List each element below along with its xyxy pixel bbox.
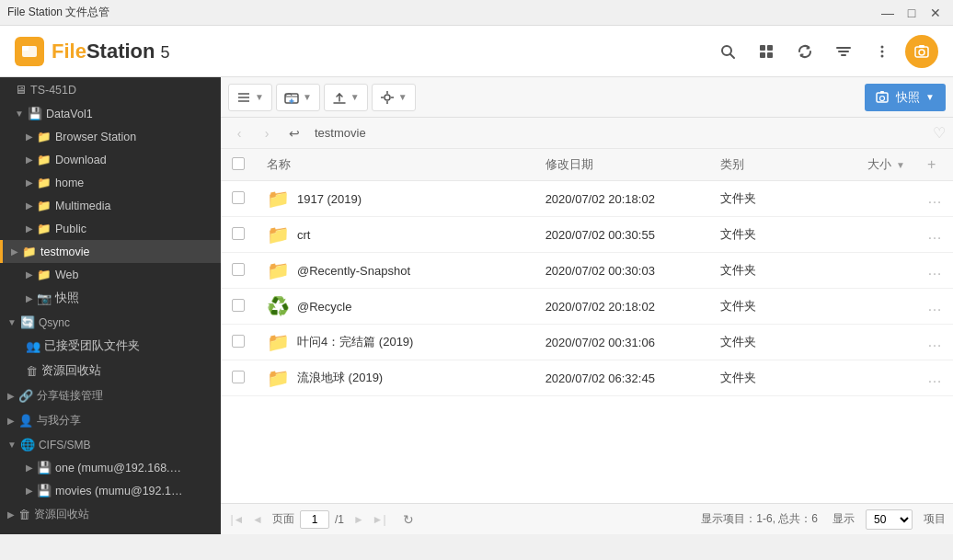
row-checkbox[interactable] — [232, 371, 245, 383]
file-name-cell[interactable]: 📁crt — [256, 217, 534, 253]
quick-view-header-button[interactable] — [905, 35, 938, 68]
size-column-header[interactable]: 大小 ▼ — [812, 149, 916, 181]
name-column-header[interactable]: 名称 — [256, 149, 534, 181]
favorite-button[interactable]: ♡ — [933, 124, 946, 142]
row-more-button[interactable]: … — [927, 262, 942, 278]
sidebar-cifs[interactable]: ▼ 🌐 CIFS/SMB — [0, 433, 221, 456]
tools-button[interactable]: ▼ — [372, 84, 416, 111]
maximize-button[interactable]: □ — [901, 3, 922, 23]
row-more-button[interactable]: … — [927, 370, 942, 385]
sidebar-item-home[interactable]: ▶ 📁 home — [0, 171, 221, 194]
main-panel: ▼ ▼ — [221, 77, 953, 534]
row-more-button[interactable]: … — [927, 226, 942, 242]
last-page-button[interactable]: ►| — [370, 510, 388, 529]
file-name-content[interactable]: 📁1917 (2019) — [267, 188, 523, 210]
file-name-content[interactable]: 📁crt — [267, 223, 523, 246]
file-name-cell[interactable]: 📁@Recently-Snapshot — [256, 253, 534, 289]
file-date: 2020/07/02 20:18:02 — [534, 289, 709, 325]
public-arrow: ▶ — [26, 223, 33, 234]
row-checkbox[interactable] — [232, 227, 245, 240]
quick-view-toolbar-button[interactable]: 快照 ▼ — [865, 84, 946, 111]
refresh-list-button[interactable]: ↻ — [399, 510, 418, 529]
svg-rect-6 — [760, 52, 765, 58]
forward-button[interactable]: › — [256, 122, 278, 144]
one-drive-arrow: ▶ — [26, 463, 33, 473]
file-size — [812, 253, 916, 289]
type-column-header[interactable]: 类别 — [709, 149, 813, 181]
sidebar-share-with-me[interactable]: ▶ 👤 与我分享 — [0, 408, 221, 433]
sidebar-item-multimedia[interactable]: ▶ 📁 Multimedia — [0, 194, 221, 217]
file-type: 文件夹 — [709, 325, 813, 360]
row-more-button[interactable]: … — [927, 190, 942, 206]
sidebar-share-link[interactable]: ▶ 🔗 分享链接管理 — [0, 383, 221, 408]
row-checkbox[interactable] — [232, 263, 245, 276]
date-column-header[interactable]: 修改日期 — [534, 149, 709, 181]
one-drive-icon: 💾 — [37, 461, 52, 474]
first-page-button[interactable]: |◄ — [228, 510, 247, 529]
thumbnail-button[interactable] — [751, 36, 782, 67]
file-name-cell[interactable]: ♻️@Recycle — [256, 289, 534, 325]
row-checkbox-cell — [221, 325, 256, 360]
sidebar-item-web[interactable]: ▶ 📁 Web — [0, 263, 221, 286]
file-name-text: crt — [297, 228, 310, 242]
public-label: Public — [55, 223, 86, 235]
file-name-content[interactable]: 📁@Recently-Snapshot — [267, 259, 523, 281]
sidebar-server[interactable]: 🖥 TS-451D — [0, 77, 221, 102]
sidebar-recycle-bin[interactable]: ▶ 🗑 资源回收站 — [0, 502, 221, 527]
next-page-button[interactable]: ► — [350, 510, 368, 529]
row-checkbox[interactable] — [232, 299, 245, 312]
share-me-label: 与我分享 — [37, 413, 81, 429]
back-button[interactable]: ‹ — [228, 122, 250, 144]
file-name-content[interactable]: ♻️@Recycle — [267, 295, 523, 317]
file-name-cell[interactable]: 📁叶问4：完结篇 (2019) — [256, 325, 534, 360]
sidebar-item-qsync-recycle[interactable]: 🗑 资源回收站 — [0, 359, 221, 383]
select-all-checkbox[interactable] — [232, 157, 245, 170]
row-more-button[interactable]: … — [927, 334, 942, 349]
row-more-button[interactable]: … — [927, 298, 942, 314]
pathbar: ‹ › ↩ testmovie ♡ — [221, 118, 953, 149]
close-button[interactable]: ✕ — [925, 3, 946, 23]
svg-point-11 — [881, 45, 884, 48]
file-name-cell[interactable]: 📁流浪地球 (2019) — [256, 360, 534, 396]
row-checkbox[interactable] — [232, 191, 245, 204]
browser-station-label: Browser Station — [55, 131, 136, 143]
sidebar-item-download[interactable]: ▶ 📁 Download — [0, 148, 221, 171]
row-actions-cell: … — [916, 253, 953, 289]
sidebar-item-team-folder[interactable]: 👥 已接受团队文件夹 — [0, 334, 221, 359]
table-row: 📁1917 (2019)2020/07/02 20:18:02文件夹… — [221, 181, 953, 217]
prev-page-button[interactable]: ◄ — [248, 510, 267, 529]
refresh-button[interactable] — [789, 36, 821, 67]
list-view-button[interactable]: ▼ — [228, 84, 272, 111]
sidebar-item-snapshot[interactable]: ▶ 📷 快照 — [0, 286, 221, 311]
up-button[interactable]: ↩ — [283, 122, 305, 144]
new-folder-button[interactable]: ▼ — [276, 84, 320, 111]
sidebar-item-public[interactable]: ▶ 📁 Public — [0, 217, 221, 240]
add-column-header[interactable]: + — [916, 149, 953, 181]
testmovie-folder-icon: 📁 — [22, 245, 37, 258]
multimedia-label: Multimedia — [55, 200, 110, 212]
sidebar-item-testmovie[interactable]: ▶ 📁 testmovie — [0, 240, 221, 263]
more-button[interactable] — [867, 36, 898, 67]
upload-button[interactable]: ▼ — [324, 84, 368, 111]
share-me-arrow: ▶ — [7, 416, 15, 426]
file-name-content[interactable]: 📁流浪地球 (2019) — [267, 367, 523, 389]
web-arrow: ▶ — [26, 269, 33, 280]
sidebar-item-datavol1[interactable]: ▼ 💾 DataVol1 — [0, 102, 221, 125]
sidebar-item-one-drive[interactable]: ▶ 💾 one (mumu@192.168.123.125 — [0, 456, 221, 479]
search-button[interactable] — [712, 36, 743, 67]
minimize-button[interactable]: — — [878, 3, 898, 23]
browser-station-arrow: ▶ — [26, 131, 33, 142]
checkbox-header[interactable] — [221, 149, 256, 181]
sidebar-item-movies-drive[interactable]: ▶ 💾 movies (mumu@192.168.123. — [0, 479, 221, 502]
qsync-recycle-label: 资源回收站 — [41, 363, 101, 379]
sidebar-item-browser-station[interactable]: ▶ 📁 Browser Station — [0, 125, 221, 148]
sidebar-qsync[interactable]: ▼ 🔄 Qsync — [0, 311, 221, 334]
items-per-page-select[interactable]: 50 100 200 — [866, 509, 913, 530]
add-column-icon[interactable]: + — [927, 156, 936, 172]
page-input[interactable] — [300, 510, 329, 529]
new-folder-chevron: ▼ — [303, 92, 312, 102]
file-name-content[interactable]: 📁叶问4：完结篇 (2019) — [267, 331, 523, 353]
filter-button[interactable] — [828, 36, 859, 67]
file-name-cell[interactable]: 📁1917 (2019) — [256, 181, 534, 217]
row-checkbox[interactable] — [232, 335, 245, 348]
